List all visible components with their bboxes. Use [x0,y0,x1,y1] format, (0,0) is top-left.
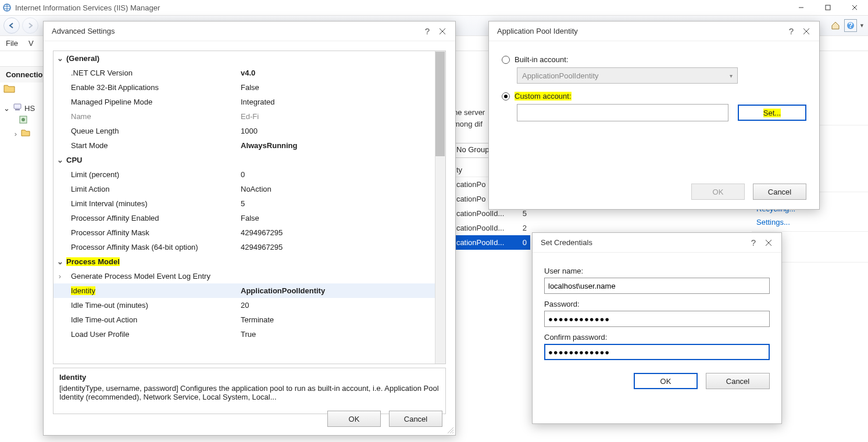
prop-limp-value[interactable]: 0 [241,170,435,179]
resize-grip-icon[interactable] [446,426,454,434]
prop-queue-key[interactable]: Queue Length [66,127,241,135]
prop-limi-key[interactable]: Limit Interval (minutes) [66,199,241,208]
password-label: Password: [544,300,770,308]
collapse-icon[interactable]: ⌄ [53,257,66,266]
dialog-close-button[interactable] [435,25,449,38]
prop-queue-value[interactable]: 1000 [241,127,435,135]
identity-ok-button[interactable]: OK [691,184,745,200]
tree-toggle[interactable]: ⌄ HS [2,102,35,115]
nav-forward-button[interactable] [22,17,38,34]
prop-name-key: Name [66,112,241,121]
prop-name-value: Ed-Fi [241,112,435,121]
chevron-down-icon: ▾ [730,73,733,79]
prop-start-key[interactable]: Start Mode [66,141,241,150]
dialog-close-button[interactable] [799,25,813,38]
prop-idle-key[interactable]: Idle Time-out (minutes) [66,301,241,310]
folder-icon[interactable] [3,86,15,95]
dialog-close-button[interactable] [762,236,776,249]
custom-radio[interactable]: Custom account: [502,92,806,100]
radio-checked-icon [502,92,510,100]
window-maximize-button[interactable] [815,0,841,15]
prop-pam-value[interactable]: 4294967295 [241,228,435,237]
prop-pipe-value[interactable]: Integrated [241,98,435,106]
home-icon[interactable] [829,19,842,32]
property-grid[interactable]: ⌄(General) .NET CLR Versionv4.0 Enable 3… [53,51,446,364]
prop-clr-value[interactable]: v4.0 [241,69,435,77]
advanced-settings-title: Advanced Settings [52,27,115,35]
svg-text:?: ? [848,21,853,30]
action-link-settings[interactable]: Settings... [752,215,868,229]
custom-account-input[interactable] [517,104,728,121]
username-input[interactable] [544,278,770,294]
prop-pam64-key[interactable]: Processor Affinity Mask (64-bit option) [66,243,241,251]
custom-label: Custom account: [515,92,571,100]
prop-idlea-value[interactable]: Terminate [241,315,435,324]
help-icon[interactable]: ? [844,19,857,32]
collapse-icon[interactable]: ⌄ [53,156,66,164]
bg-row[interactable]: icationPo [455,180,485,189]
bg-row-selected[interactable]: icationPoolId... [455,238,504,247]
tree-node-sites[interactable]: › [2,128,35,141]
bg-text2: mong dif [453,120,483,128]
prop-lima-value[interactable]: NoAction [241,185,435,193]
menu-file[interactable]: File [6,39,18,48]
prop-pam64-value[interactable]: 4294967295 [241,243,435,251]
help-dropdown-icon[interactable]: ▼ [859,23,865,28]
bg-row[interactable]: icationPo [455,195,485,203]
prop-limi-value[interactable]: 5 [241,199,435,208]
scrollbar-thumb[interactable] [435,52,445,156]
confirm-password-input[interactable] [544,344,770,360]
prop-lup-key[interactable]: Load User Profile [66,330,241,339]
prop-pipe-key[interactable]: Managed Pipeline Mode [66,98,241,106]
dialog-help-button[interactable]: ? [751,238,756,247]
prop-pae-key[interactable]: Processor Affinity Enabled [66,214,241,222]
prop-gpm-key[interactable]: Generate Process Model Event Log Entry [66,272,241,281]
bg-row[interactable]: icationPoolId... [455,224,504,232]
tree-node-apppools[interactable] [2,115,35,128]
window-titlebar: Internet Information Services (IIS) Mana… [0,0,868,15]
prop-en32-value[interactable]: False [241,83,435,92]
menu-view[interactable]: V [28,39,34,48]
svg-line-17 [452,432,453,433]
prop-pam-key[interactable]: Processor Affinity Mask [66,228,241,237]
credentials-ok-button[interactable]: OK [634,373,698,389]
password-input[interactable] [544,311,770,327]
tree-node-server[interactable]: HS [24,103,35,114]
grid-scrollbar[interactable] [435,51,445,364]
window-minimize-button[interactable] [788,0,815,15]
iis-app-icon [2,3,12,12]
prop-limp-key[interactable]: Limit (percent) [66,170,241,179]
set-button[interactable]: Set... [738,105,806,121]
property-description: Identity [identityType, username, passwo… [53,368,446,414]
builtin-radio[interactable]: Built-in account: [502,55,806,64]
window-title: Internet Information Services (IIS) Mana… [15,3,160,12]
adv-ok-button[interactable]: OK [327,411,381,427]
prop-idlea-key[interactable]: Idle Time-out Action [66,315,241,324]
prop-start-value[interactable]: AlwaysRunning [241,141,435,150]
bg-row[interactable]: icationPoolId... [455,209,504,218]
expand-icon[interactable]: › [53,272,66,281]
prop-en32-key[interactable]: Enable 32-Bit Applications [66,83,241,92]
username-label: User name: [544,267,770,275]
dialog-help-button[interactable]: ? [425,26,430,36]
group-cpu: CPU [66,156,241,164]
identity-dialog-title: Application Pool Identity [497,27,578,35]
collapse-icon[interactable]: ⌄ [53,54,66,63]
adv-cancel-button[interactable]: Cancel [389,411,442,427]
prop-clr-key[interactable]: .NET CLR Version [66,69,241,77]
prop-idle-value[interactable]: 20 [241,301,435,310]
confirm-password-label: Confirm password: [544,333,770,342]
svg-rect-4 [826,5,830,10]
prop-pae-value[interactable]: False [241,214,435,222]
identity-cancel-button[interactable]: Cancel [753,184,806,200]
nav-back-button[interactable] [3,17,20,34]
builtin-account-value: ApplicationPoolIdentity [522,71,599,80]
prop-identity-value[interactable]: ApplicationPoolIdentity [241,286,435,295]
advanced-settings-dialog: Advanced Settings ? ⌄(General) .NET CLR … [43,21,456,436]
prop-lima-key[interactable]: Limit Action [66,185,241,193]
prop-lup-value[interactable]: True [241,330,435,339]
credentials-cancel-button[interactable]: Cancel [706,373,770,389]
window-close-button[interactable] [841,0,868,15]
prop-identity-key[interactable]: Identity [66,286,241,295]
dialog-help-button[interactable]: ? [789,26,794,36]
